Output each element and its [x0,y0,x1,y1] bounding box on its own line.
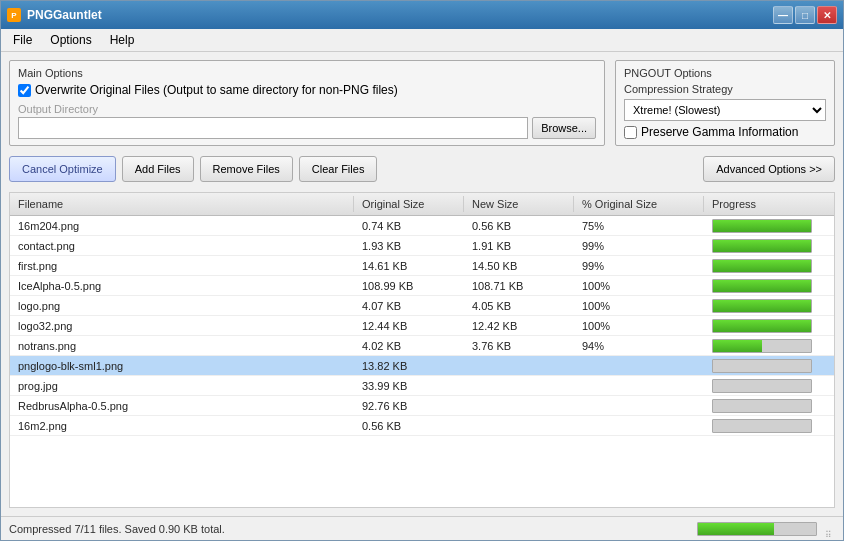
cell-new-size: 0.56 KB [464,216,574,235]
table-row[interactable]: 16m2.png0.56 KB [10,416,834,436]
table-row[interactable]: logo.png4.07 KB4.05 KB100% [10,296,834,316]
cell-percent [574,396,704,415]
resize-handle: ⠿ [825,530,835,540]
cell-original-size: 12.44 KB [354,316,464,335]
table-row[interactable]: 16m204.png0.74 KB0.56 KB75% [10,216,834,236]
progress-bar-container [712,279,812,293]
table-body: 16m204.png0.74 KB0.56 KB75%contact.png1.… [10,216,834,507]
status-progress-fill [698,523,774,535]
gamma-checkbox[interactable] [624,126,637,139]
cell-new-size: 12.42 KB [464,316,574,335]
cell-new-size [464,376,574,395]
cell-filename: 16m204.png [10,216,354,235]
progress-bar-container [712,419,812,433]
cell-progress [704,316,834,335]
advanced-options-button[interactable]: Advanced Options >> [703,156,835,182]
add-files-button[interactable]: Add Files [122,156,194,182]
cell-original-size: 14.61 KB [354,256,464,275]
cell-new-size: 108.71 KB [464,276,574,295]
main-options-label: Main Options [18,67,596,79]
cell-percent: 100% [574,316,704,335]
browse-button[interactable]: Browse... [532,117,596,139]
close-button[interactable]: ✕ [817,6,837,24]
cell-new-size: 14.50 KB [464,256,574,275]
col-original-size: Original Size [354,196,464,212]
cell-filename: pnglogo-blk-sml1.png [10,356,354,375]
progress-bar-container [712,359,812,373]
table-row[interactable]: pnglogo-blk-sml1.png13.82 KB [10,356,834,376]
cell-percent: 100% [574,296,704,315]
cell-progress [704,256,834,275]
cell-original-size: 4.02 KB [354,336,464,355]
gamma-row: Preserve Gamma Information [624,125,826,139]
table-row[interactable]: IceAlpha-0.5.png108.99 KB108.71 KB100% [10,276,834,296]
cell-original-size: 33.99 KB [354,376,464,395]
cell-new-size [464,356,574,375]
cell-new-size [464,396,574,415]
cell-original-size: 108.99 KB [354,276,464,295]
progress-bar-fill [713,220,811,232]
table-row[interactable]: first.png14.61 KB14.50 KB99% [10,256,834,276]
menu-help[interactable]: Help [102,31,143,49]
cell-filename: 16m2.png [10,416,354,435]
compression-row: Xtreme! (Slowest) [624,99,826,121]
maximize-button[interactable]: □ [795,6,815,24]
cell-original-size: 92.76 KB [354,396,464,415]
table-row[interactable]: contact.png1.93 KB1.91 KB99% [10,236,834,256]
cell-new-size [464,416,574,435]
compression-label: Compression Strategy [624,83,826,95]
cell-new-size: 1.91 KB [464,236,574,255]
progress-bar-fill [713,240,811,252]
progress-bar-container [712,319,812,333]
col-percent: % Original Size [574,196,704,212]
cell-filename: prog.jpg [10,376,354,395]
cell-original-size: 4.07 KB [354,296,464,315]
progress-bar-container [712,299,812,313]
overwrite-checkbox[interactable] [18,84,31,97]
menu-options[interactable]: Options [42,31,99,49]
col-progress: Progress [704,196,834,212]
progress-bar-fill [713,260,811,272]
cell-original-size: 1.93 KB [354,236,464,255]
progress-bar-container [712,239,812,253]
main-window: P PNGGauntlet — □ ✕ File Options Help Ma… [0,0,844,541]
table-header: Filename Original Size New Size % Origin… [10,193,834,216]
minimize-button[interactable]: — [773,6,793,24]
cell-progress [704,336,834,355]
pngout-options-label: PNGOUT Options [624,67,826,79]
progress-bar-container [712,219,812,233]
title-buttons: — □ ✕ [773,6,837,24]
compression-select[interactable]: Xtreme! (Slowest) [624,99,826,121]
status-text: Compressed 7/11 files. Saved 0.90 KB tot… [9,523,689,535]
cell-original-size: 0.74 KB [354,216,464,235]
overwrite-row: Overwrite Original Files (Output to same… [18,83,596,97]
table-row[interactable]: prog.jpg33.99 KB [10,376,834,396]
cell-filename: first.png [10,256,354,275]
table-row[interactable]: RedbrusAlpha-0.5.png92.76 KB [10,396,834,416]
remove-files-button[interactable]: Remove Files [200,156,293,182]
cell-progress [704,216,834,235]
overwrite-label: Overwrite Original Files (Output to same… [35,83,398,97]
table-row[interactable]: logo32.png12.44 KB12.42 KB100% [10,316,834,336]
cell-percent: 94% [574,336,704,355]
clear-files-button[interactable]: Clear Files [299,156,378,182]
cell-filename: logo32.png [10,316,354,335]
table-row[interactable]: notrans.png4.02 KB3.76 KB94% [10,336,834,356]
cell-percent [574,356,704,375]
cell-percent [574,416,704,435]
cell-filename: RedbrusAlpha-0.5.png [10,396,354,415]
cell-filename: notrans.png [10,336,354,355]
main-options-panel: Main Options Overwrite Original Files (O… [9,60,605,146]
status-progress-container [697,522,817,536]
progress-bar-fill [713,320,811,332]
output-dir-row: Browse... [18,117,596,139]
progress-bar-fill [713,280,811,292]
progress-bar-container [712,339,812,353]
output-dir-input[interactable] [18,117,528,139]
cell-percent: 99% [574,256,704,275]
gamma-label: Preserve Gamma Information [641,125,798,139]
menu-file[interactable]: File [5,31,40,49]
col-filename: Filename [10,196,354,212]
cancel-button[interactable]: Cancel Optimize [9,156,116,182]
progress-bar-container [712,259,812,273]
